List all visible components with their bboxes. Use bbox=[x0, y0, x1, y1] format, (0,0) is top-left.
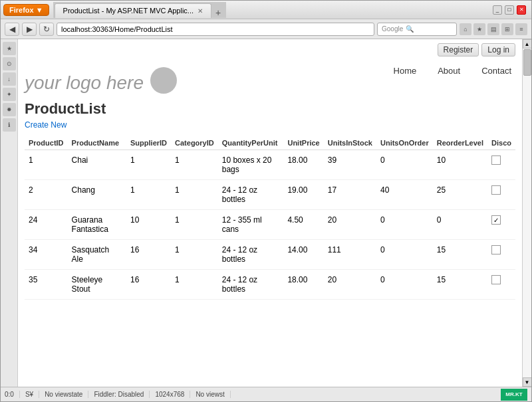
cell-supplier: 1 bbox=[126, 180, 171, 210]
browser-tab[interactable]: ProductList - My ASP.NET MVC Applic... ✕ bbox=[55, 3, 211, 18]
right-scrollbar[interactable]: ▲ ▼ bbox=[522, 39, 531, 387]
cell-discontinued bbox=[487, 150, 515, 180]
search-icon[interactable]: 🔍 bbox=[406, 25, 414, 33]
menu-icon[interactable]: ≡ bbox=[515, 23, 527, 35]
fiddler-label: Fiddler: Disabled bbox=[94, 391, 144, 398]
bookmarks-sidebar-icon[interactable]: ★ bbox=[3, 42, 16, 55]
search-label: Google bbox=[382, 25, 403, 33]
scroll-up-btn[interactable]: ▲ bbox=[523, 39, 532, 49]
status-fiddler: Fiddler: Disabled bbox=[94, 391, 150, 398]
back-button[interactable]: ◀ bbox=[5, 23, 19, 36]
scroll-down-btn[interactable]: ▼ bbox=[523, 377, 532, 387]
header-row: ProductID ProductName SupplierID Categor… bbox=[25, 136, 515, 150]
cell-qty: 24 - 12 oz bottles bbox=[218, 180, 284, 210]
discontinued-checkbox[interactable]: ✓ bbox=[491, 215, 501, 225]
tab-bar: ProductList - My ASP.NET MVC Applic... ✕… bbox=[53, 2, 227, 18]
create-new-link[interactable]: Create New bbox=[25, 120, 515, 130]
discontinued-checkbox[interactable] bbox=[491, 245, 501, 254]
browser-window: Firefox ▼ ProductList - My ASP.NET MVC A… bbox=[0, 0, 532, 402]
col-header-discontinued: Disco bbox=[487, 136, 515, 150]
register-button[interactable]: Register bbox=[438, 43, 479, 56]
toolbar-icons: ⌂ ★ ▤ ⊞ ≡ bbox=[460, 23, 527, 35]
cell-id: 35 bbox=[25, 270, 68, 300]
clock-sidebar-icon[interactable]: ⊙ bbox=[3, 57, 16, 70]
col-header-categoryid: CategoryID bbox=[171, 136, 218, 150]
cell-category: 1 bbox=[171, 150, 218, 180]
product-table-body: 1 Chai 1 1 10 boxes x 20 bags 18.00 39 0… bbox=[25, 150, 515, 300]
history-icon[interactable]: ⊞ bbox=[501, 23, 513, 35]
cell-discontinued bbox=[487, 240, 515, 270]
cell-instock: 111 bbox=[324, 240, 376, 270]
url-bar[interactable] bbox=[57, 23, 374, 36]
cell-price: 14.00 bbox=[283, 240, 323, 270]
cell-instock: 20 bbox=[324, 210, 376, 240]
cell-instock: 17 bbox=[324, 180, 376, 210]
cell-qty: 24 - 12 oz bottles bbox=[218, 240, 284, 270]
cell-category: 1 bbox=[171, 180, 218, 210]
col-header-productid: ProductID bbox=[25, 136, 68, 150]
minimize-btn[interactable]: _ bbox=[493, 5, 502, 15]
cell-supplier: 10 bbox=[126, 210, 171, 240]
cell-onorder: 40 bbox=[376, 180, 433, 210]
col-header-qpu: QuantityPerUnit bbox=[218, 136, 284, 150]
noviewst-label: No viewst bbox=[196, 391, 224, 398]
table-header: ProductID ProductName SupplierID Categor… bbox=[25, 136, 515, 150]
table-row: 2 Chang 1 1 24 - 12 oz bottles 19.00 17 … bbox=[25, 180, 515, 210]
cell-name: Steeleye Stout bbox=[68, 270, 126, 300]
cell-category: 1 bbox=[171, 240, 218, 270]
viewstate-label: No viewstate bbox=[45, 391, 82, 398]
maximize-btn[interactable]: □ bbox=[505, 5, 514, 15]
bookmark-icon[interactable]: ▤ bbox=[487, 23, 499, 35]
star-icon[interactable]: ★ bbox=[473, 23, 485, 35]
logo-circle bbox=[150, 67, 177, 94]
product-list-section: ProductList Create New ProductID Product… bbox=[18, 94, 522, 300]
discontinued-checkbox[interactable] bbox=[491, 185, 501, 195]
main-content-area: Register Log in your logo here Home Abou… bbox=[18, 39, 522, 387]
about-nav-link[interactable]: About bbox=[434, 64, 464, 77]
search-box: Google 🔍 bbox=[377, 23, 457, 36]
logo-nav-area: your logo here Home About Contact bbox=[18, 58, 522, 94]
reload-button[interactable]: ↻ bbox=[39, 23, 54, 36]
cell-onorder: 0 bbox=[376, 270, 433, 300]
cell-discontinued bbox=[487, 180, 515, 210]
discontinued-checkbox[interactable] bbox=[491, 275, 501, 284]
discontinued-checkbox[interactable] bbox=[491, 155, 501, 165]
status-noviewst: No viewst bbox=[196, 391, 230, 398]
cell-reorder: 10 bbox=[433, 150, 487, 180]
cell-reorder: 15 bbox=[433, 270, 487, 300]
cell-reorder: 25 bbox=[433, 180, 487, 210]
browser-body: ★ ⊙ ↓ ✦ ✸ ℹ Register Log in your logo he… bbox=[1, 39, 531, 387]
cell-instock: 39 bbox=[324, 150, 376, 180]
new-tab-button[interactable]: + bbox=[211, 7, 225, 18]
contact-nav-link[interactable]: Contact bbox=[477, 64, 515, 77]
encoding-label: S¥ bbox=[25, 391, 33, 398]
col-header-productname: ProductName bbox=[68, 136, 126, 150]
table-row: 34 Sasquatch Ale 16 1 24 - 12 oz bottles… bbox=[25, 240, 515, 270]
arrow-sidebar-icon[interactable]: ↓ bbox=[3, 72, 16, 86]
close-btn[interactable]: ✕ bbox=[517, 5, 526, 15]
cell-name: Chang bbox=[68, 180, 126, 210]
address-bar: ◀ ▶ ↻ Google 🔍 ⌂ ★ ▤ ⊞ ≡ bbox=[1, 19, 531, 39]
cell-supplier: 16 bbox=[126, 270, 171, 300]
status-resolution: 1024x768 bbox=[155, 391, 190, 398]
cell-id: 2 bbox=[25, 180, 68, 210]
firefox-button[interactable]: Firefox ▼ bbox=[3, 4, 49, 16]
table-row: 1 Chai 1 1 10 boxes x 20 bags 18.00 39 0… bbox=[25, 150, 515, 180]
gear-sidebar-icon[interactable]: ✸ bbox=[3, 103, 16, 116]
tools-sidebar-icon[interactable]: ✦ bbox=[3, 88, 16, 101]
cell-onorder: 0 bbox=[376, 240, 433, 270]
info-sidebar-icon[interactable]: ℹ bbox=[3, 118, 16, 132]
login-button[interactable]: Log in bbox=[481, 43, 515, 56]
home-nav-link[interactable]: Home bbox=[390, 64, 421, 77]
cell-category: 1 bbox=[171, 210, 218, 240]
scroll-thumb[interactable] bbox=[523, 49, 531, 76]
cell-id: 34 bbox=[25, 240, 68, 270]
cell-instock: 20 bbox=[324, 270, 376, 300]
forward-button[interactable]: ▶ bbox=[22, 23, 37, 36]
home-toolbar-icon[interactable]: ⌂ bbox=[460, 23, 471, 35]
cell-qty: 12 - 355 ml cans bbox=[218, 210, 284, 240]
col-header-unitsonorder: UnitsOnOrder bbox=[376, 136, 433, 150]
tab-close-btn[interactable]: ✕ bbox=[198, 7, 203, 15]
dropdown-arrow: ▼ bbox=[36, 6, 43, 14]
col-header-supplierid: SupplierID bbox=[126, 136, 171, 150]
